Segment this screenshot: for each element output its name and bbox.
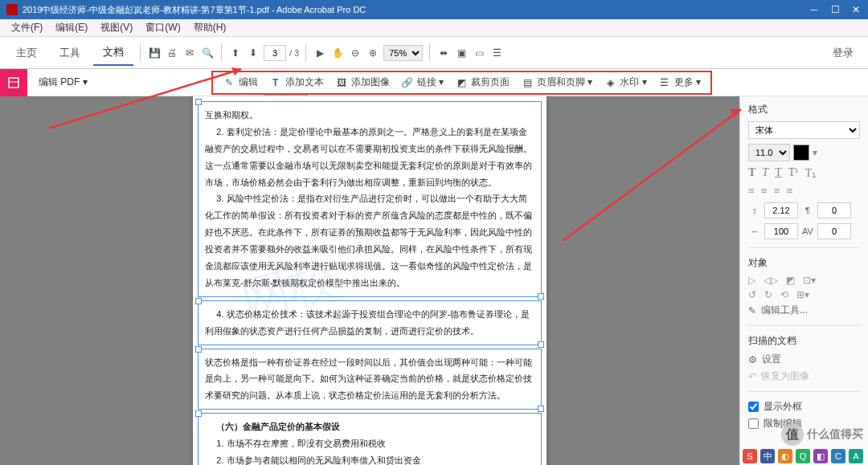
header-icon: ▤ [521, 76, 534, 89]
edit-using-link[interactable]: ✎编辑工具... [748, 304, 860, 317]
text-block-2[interactable]: 4. 状态价格定价技术：该技术起源于投资组合理论中的阿罗-德布鲁证券理论，是利用… [198, 300, 542, 345]
fit-page-icon[interactable]: ▣ [454, 46, 469, 60]
font-size-select[interactable]: 11.04 [748, 144, 790, 161]
align-right-button[interactable]: ≡ [774, 185, 780, 198]
tab-tools[interactable]: 工具 [50, 41, 90, 65]
align-obj-icon[interactable]: ⊞▾ [796, 289, 809, 300]
settings-link[interactable]: ⚙设置 [748, 353, 860, 366]
edit-toolbar: ✎编辑 T添加文本 添加文本 🖼添加图像 🔗链接 ▾ ◩裁剪页面 ▤页眉和页脚 … [211, 71, 712, 95]
edit-tab-icon [6, 75, 21, 90]
search-icon[interactable]: 🔍 [200, 46, 215, 60]
text-icon: T [269, 76, 282, 89]
zoom-select[interactable]: 75% [383, 45, 423, 61]
text-block-1[interactable]: 互换和期权。 2. 套利定价法：是定价理论中最基本的原则之一。严格意义上的套利是… [198, 101, 542, 297]
rotate-ccw-icon[interactable]: ↺ [748, 289, 756, 300]
fit-width-icon[interactable]: ⬌ [436, 46, 451, 60]
tray-icon[interactable]: Q [796, 449, 810, 463]
restore-link[interactable]: ↶恢复为图像 [748, 369, 860, 383]
more-button[interactable]: ☰更多 ▾ [653, 74, 706, 91]
text-block-3[interactable]: 状态价格是指一种有价证券在经过一段时间以后，其价值会出现两种可能：一种可能是向上… [198, 349, 542, 410]
maximize-button[interactable]: ☐ [829, 4, 841, 15]
pdf-page: 网校 版权所有 翻印必究 咨询热线：400-678-3456 互换和期权。 2.… [193, 96, 547, 465]
minimize-button[interactable]: ─ [809, 4, 820, 15]
color-swatch[interactable] [793, 145, 809, 161]
zoom-in-icon[interactable]: ⊕ [366, 46, 380, 60]
align-row: ≡ ≡ ≡ ≡ [748, 185, 860, 198]
tab-document[interactable]: 文档 [93, 40, 133, 66]
watermark-icon: ◈ [604, 76, 616, 89]
menu-edit[interactable]: 编辑(E) [51, 19, 92, 36]
login-link[interactable]: 登录 [833, 46, 862, 60]
add-text-button[interactable]: T添加文本 添加文本 [264, 74, 329, 91]
menu-help[interactable]: 帮助(H) [189, 19, 231, 36]
more-icon: ☰ [658, 76, 671, 89]
image-icon: 🖼 [335, 76, 348, 89]
crop-obj-icon[interactable]: ◩ [786, 275, 795, 286]
menu-window[interactable]: 窗口(W) [141, 19, 185, 36]
underline-button[interactable]: T [775, 166, 782, 180]
tray-icon[interactable]: 中 [760, 449, 775, 463]
app-icon [6, 4, 18, 15]
flip-v-icon[interactable]: ◁▷ [764, 275, 778, 286]
page-down-icon[interactable]: ⬇ [246, 46, 260, 60]
header-footer-button[interactable]: ▤页眉和页脚 ▾ [516, 74, 597, 91]
watermark-button[interactable]: ◈水印 ▾ [599, 74, 651, 91]
kerning-input[interactable] [817, 223, 851, 239]
hscale-input[interactable] [764, 223, 798, 239]
italic-button[interactable]: T [762, 166, 768, 180]
page-up-icon[interactable]: ⬆ [228, 46, 243, 60]
edit-mode-tab[interactable] [0, 69, 27, 96]
undo-icon: ↶ [748, 371, 756, 382]
close-button[interactable]: ✕ [850, 4, 862, 15]
page-number-input[interactable] [264, 45, 286, 61]
tray-icon[interactable]: S [743, 449, 757, 463]
align-left-button[interactable]: ≡ [748, 185, 755, 198]
hand-icon[interactable]: ✋ [330, 46, 345, 60]
read-mode-icon[interactable]: ☰ [489, 46, 504, 60]
show-outline-checkbox[interactable]: 显示外框 [748, 400, 860, 414]
gear-icon: ⚙ [748, 354, 757, 365]
subscript-button[interactable]: T₁ [805, 166, 817, 180]
print-icon[interactable]: 🖨 [165, 46, 179, 60]
rotate-cw-icon[interactable]: ↻ [764, 289, 772, 300]
line-height-input[interactable] [764, 202, 798, 218]
kerning-icon: AV [801, 225, 814, 238]
align-center-button[interactable]: ≡ [761, 185, 768, 198]
align-justify-button[interactable]: ≡ [787, 185, 793, 198]
zoom-out-icon[interactable]: ⊖ [348, 46, 362, 60]
text-block-4[interactable]: （六）金融产品定价的基本假设 1. 市场不存在摩擦，即没有交易费用和税收 2. … [198, 413, 542, 465]
view-mode-icon[interactable]: ▭ [472, 46, 486, 60]
scanned-heading: 扫描的文档 [748, 334, 860, 348]
paragraph-space-input[interactable] [817, 202, 851, 218]
edit-bar: 编辑 PDF ▾ ✎编辑 T添加文本 添加文本 🖼添加图像 🔗链接 ▾ ◩裁剪页… [0, 69, 868, 96]
flip-h-icon[interactable]: ▷ [748, 275, 755, 286]
menu-file[interactable]: 文件(F) [6, 19, 47, 36]
mail-icon[interactable]: ✉ [182, 46, 197, 60]
format-panel: 格式 宋体 11.04 ▾ T T T T¹ T₁ ≡ ≡ ≡ ≡ ↕ ¶ ↔ … [739, 96, 868, 465]
save-icon[interactable]: 💾 [147, 46, 162, 60]
tray-icon[interactable]: A [849, 449, 863, 463]
edit-button[interactable]: ✎编辑 [218, 74, 263, 91]
link-button[interactable]: 🔗链接 ▾ [396, 74, 448, 91]
superscript-button[interactable]: T¹ [788, 166, 799, 180]
tray-icon[interactable]: ◧ [813, 449, 828, 463]
system-tray: S 中 ◐ Q ◧ C A [738, 447, 868, 465]
bold-button[interactable]: T [748, 166, 755, 180]
crop-button[interactable]: ◩裁剪页面 [450, 74, 514, 91]
tab-home[interactable]: 主页 [6, 41, 47, 65]
tray-icon[interactable]: ◐ [778, 449, 792, 463]
arrange-icon[interactable]: ⊡▾ [803, 275, 816, 286]
crop-icon: ◩ [455, 76, 468, 89]
menu-view[interactable]: 视图(V) [96, 19, 137, 36]
color-dropdown-icon[interactable]: ▾ [813, 147, 817, 158]
font-select[interactable]: 宋体 [748, 121, 860, 139]
tray-icon[interactable]: C [831, 449, 845, 463]
object-heading: 对象 [748, 256, 860, 270]
watermark-brand: 值 什么值得买 [781, 423, 863, 446]
link-icon: 🔗 [401, 76, 414, 89]
add-image-button[interactable]: 🖼添加图像 [330, 74, 395, 91]
replace-icon[interactable]: ⟲ [780, 289, 788, 300]
pointer-icon[interactable]: ▶ [313, 46, 327, 60]
document-canvas[interactable]: 网校 版权所有 翻印必究 咨询热线：400-678-3456 互换和期权。 2.… [0, 96, 739, 465]
edit-pdf-dropdown[interactable]: 编辑 PDF ▾ [27, 75, 99, 89]
